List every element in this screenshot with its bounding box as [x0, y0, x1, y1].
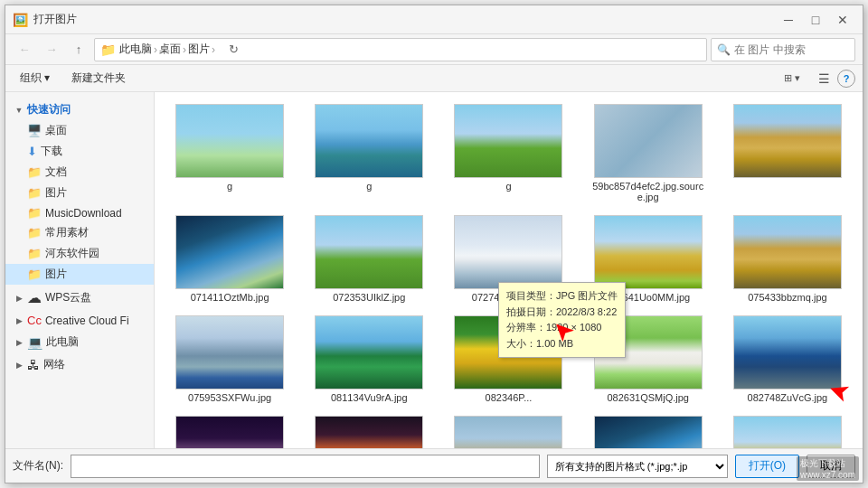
file-item-f0[interactable]: g	[162, 99, 297, 207]
up-button[interactable]: ↑	[67, 38, 90, 61]
sidebar-section-wps: ▶ ☁ WPS云盘	[5, 286, 154, 309]
file-item-f13[interactable]: 082631QSMjQ.jpg	[580, 311, 716, 408]
file-thumbnail-f0	[175, 104, 284, 178]
organize-button[interactable]: 组织 ▾	[13, 68, 57, 89]
window-icon: 🖼️	[13, 13, 28, 27]
file-item-f1[interactable]: g	[301, 99, 437, 207]
file-item-f12[interactable]: 082346P...	[440, 311, 576, 408]
file-name-f5: 071411OztMb.jpg	[191, 292, 269, 303]
sidebar-item-downloads-label: 下载	[41, 144, 62, 159]
address-folder-icon: 📁	[100, 42, 116, 57]
file-thumbnail-f7	[454, 215, 562, 289]
sidebar-section-creative-cloud: ▶ Cc Creative Cloud Fi	[5, 311, 154, 330]
file-item-f9[interactable]: 075433bbzmq.jpg	[720, 211, 855, 307]
new-folder-button[interactable]: 新建文件夹	[64, 68, 133, 89]
file-item-f15[interactable]: 082918i43wh.jpg	[162, 411, 297, 448]
downloads-icon: ⬇	[27, 145, 37, 158]
sidebar: ▼ 快速访问 🖥️ 桌面 ⬇ 下载 📁 文档 📁 图片	[5, 92, 155, 448]
file-item-f2[interactable]: g	[440, 99, 576, 207]
file-item-f5[interactable]: 071411OztMb.jpg	[162, 211, 297, 307]
file-area: ggg59bc857d4efc2.jpg.source.jpg071411Ozt…	[155, 92, 863, 448]
pictures2-icon: 📁	[27, 267, 42, 281]
file-item-f7[interactable]: 072743l3oZF.jpg	[440, 211, 576, 307]
file-thumbnail-f15	[175, 416, 284, 448]
wps-cloud-header[interactable]: ▶ ☁ WPS云盘	[5, 286, 154, 309]
title-bar: 🖼️ 打开图片 ─ □ ✕	[5, 5, 863, 34]
search-box[interactable]: 🔍	[711, 38, 855, 61]
filename-input[interactable]	[71, 455, 540, 478]
common-materials-icon: 📁	[27, 226, 42, 239]
creative-cloud-label: Creative Cloud Fi	[45, 314, 129, 327]
maximize-button[interactable]: □	[803, 9, 828, 31]
expand-icon: ▼	[13, 104, 25, 117]
file-item-f6[interactable]: 072353UIklZ.jpg	[301, 211, 437, 307]
file-name-f11: 081134Vu9rA.jpg	[331, 392, 408, 403]
file-name-f14: 082748ZuVcG.jpg	[748, 392, 828, 403]
sidebar-item-documents[interactable]: 📁 文档	[5, 162, 154, 183]
file-item-f11[interactable]: 081134Vu9rA.jpg	[301, 311, 437, 408]
view-grid-button[interactable]: ⊞ ▾	[774, 68, 810, 89]
bottom-bar: 文件名(N): 所有支持的图片格式 (*.jpg;*.jp 打开(O) 取消	[5, 448, 863, 483]
creative-cloud-header[interactable]: ▶ Cc Creative Cloud Fi	[5, 311, 154, 330]
file-item-f17[interactable]: 083204j1K4y.jpg	[440, 411, 576, 448]
sidebar-section-network: ▶ 🖧 网络	[5, 354, 154, 375]
quick-access-header[interactable]: ▼ 快速访问	[5, 99, 154, 120]
wps-cloud-icon: ☁	[27, 289, 42, 306]
file-thumbnail-f1	[315, 104, 423, 178]
network-header[interactable]: ▶ 🖧 网络	[5, 354, 154, 375]
file-thumbnail-f10	[175, 315, 284, 389]
main-content: ▼ 快速访问 🖥️ 桌面 ⬇ 下载 📁 文档 📁 图片	[5, 92, 863, 448]
file-thumbnail-f2	[454, 104, 562, 178]
network-icon: 🖧	[27, 358, 40, 372]
sidebar-item-musicdownload[interactable]: 📁 MusicDownload	[5, 203, 154, 222]
close-button[interactable]: ✕	[830, 9, 855, 31]
file-item-f10[interactable]: 075953SXFWu.jpg	[162, 311, 297, 408]
file-thumbnail-f8	[594, 215, 703, 289]
file-name-f0: g	[227, 181, 232, 192]
back-button[interactable]: ←	[13, 38, 36, 61]
refresh-button[interactable]: ↻	[222, 39, 244, 61]
sidebar-item-river-software[interactable]: 📁 河东软件园	[5, 243, 154, 264]
breadcrumb-pictures: 图片	[188, 42, 210, 57]
musicdownload-icon: 📁	[27, 206, 42, 220]
file-thumbnail-f18	[594, 416, 703, 448]
address-bar[interactable]: 📁 此电脑 › 桌面 › 图片 › ↻	[94, 38, 707, 61]
file-item-f18[interactable]: 083208UEGAe.jpg	[580, 411, 716, 448]
file-item-f19[interactable]: 083241ccW1K.jpg	[720, 411, 855, 448]
sidebar-section-this-pc: ▶ 💻 此电脑	[5, 332, 154, 352]
sidebar-item-common-materials[interactable]: 📁 常用素材	[5, 222, 154, 243]
window-title: 打开图片	[33, 12, 77, 27]
file-thumbnail-f5	[175, 215, 284, 289]
file-item-f8[interactable]: 073641Uo0MM.jpg	[580, 211, 716, 307]
file-thumbnail-f14	[733, 315, 842, 389]
file-name-f7: 072743l3oZF.jpg	[472, 292, 545, 303]
this-pc-label: 此电脑	[46, 334, 79, 350]
filename-label: 文件名(N):	[13, 458, 63, 474]
file-item-f3[interactable]: 59bc857d4efc2.jpg.source.jpg	[580, 99, 716, 207]
cancel-button[interactable]: 取消	[807, 455, 855, 478]
file-name-f1: g	[366, 181, 372, 192]
open-button[interactable]: 打开(O)	[735, 455, 799, 478]
breadcrumb-desktop: 桌面	[159, 42, 181, 57]
file-item-f4[interactable]	[720, 99, 855, 207]
sidebar-item-pictures[interactable]: 📁 图片	[5, 183, 154, 203]
sidebar-item-pictures2[interactable]: 📁 图片	[5, 264, 154, 285]
view-list-button[interactable]: ☰	[812, 68, 835, 89]
search-input[interactable]	[734, 43, 849, 56]
file-thumbnail-f3	[594, 104, 703, 178]
minimize-button[interactable]: ─	[776, 9, 801, 31]
this-pc-header[interactable]: ▶ 💻 此电脑	[5, 332, 154, 352]
file-thumbnail-f6	[315, 215, 423, 289]
sidebar-item-downloads[interactable]: ⬇ 下载	[5, 141, 154, 162]
address-toolbar: ← → ↑ 📁 此电脑 › 桌面 › 图片 › ↻ 🔍	[5, 34, 863, 65]
filetype-select[interactable]: 所有支持的图片格式 (*.jpg;*.jp	[547, 455, 728, 478]
file-thumbnail-f9	[733, 215, 842, 289]
file-thumbnail-f16	[315, 416, 423, 448]
file-item-f16[interactable]: 083033j5Pn6.jpg	[301, 411, 437, 448]
sidebar-item-desktop[interactable]: 🖥️ 桌面	[5, 120, 154, 141]
quick-access-label: 快速访问	[27, 102, 71, 117]
help-button[interactable]: ?	[837, 70, 855, 88]
forward-button[interactable]: →	[40, 38, 63, 61]
file-item-f14[interactable]: 082748ZuVcG.jpg	[720, 311, 855, 408]
cc-expand-icon: ▶	[13, 314, 25, 327]
